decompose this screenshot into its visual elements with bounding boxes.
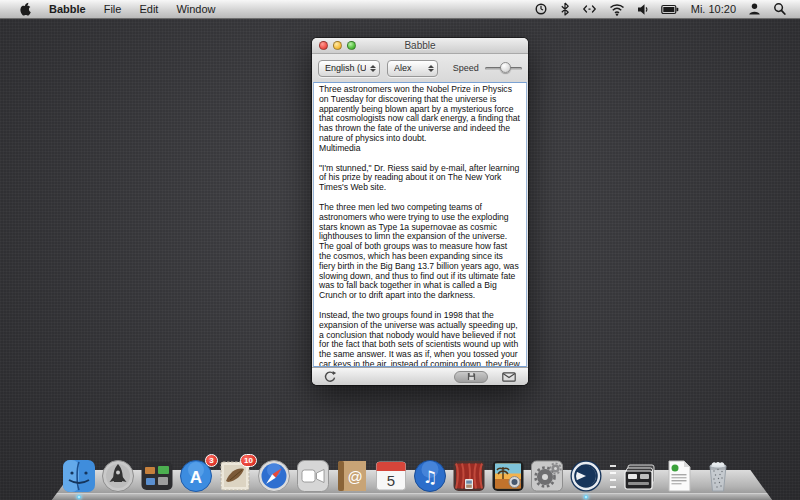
- dock-divider: [610, 465, 616, 491]
- itunes-icon: ♫: [413, 459, 447, 493]
- apple-menu[interactable]: [10, 0, 40, 19]
- paragraph: The three men led two competing teams of…: [319, 203, 521, 301]
- svg-text:A: A: [190, 468, 202, 487]
- app-store-badge: 3: [205, 454, 218, 467]
- photo-booth-icon: [452, 459, 486, 493]
- speed-slider-thumb[interactable]: [500, 62, 511, 73]
- app-menu-babble[interactable]: Babble: [40, 0, 95, 19]
- save-button[interactable]: [454, 371, 488, 383]
- dock-item-window-stack[interactable]: [623, 459, 657, 493]
- dock-icons: A 3 10: [62, 457, 735, 493]
- paragraph: Three astronomers won the Nobel Prize in…: [319, 85, 521, 144]
- bluetooth-menu[interactable]: [554, 0, 576, 19]
- dock-item-app-store[interactable]: A 3: [179, 459, 213, 493]
- volume-menu[interactable]: [631, 0, 655, 19]
- time-machine-icon: [534, 2, 548, 16]
- wifi-menu[interactable]: [603, 0, 631, 19]
- language-select[interactable]: English (U...: [318, 60, 380, 77]
- babble-app-icon: [569, 459, 603, 493]
- email-button[interactable]: [502, 372, 516, 382]
- popup-stepper-icon: [424, 65, 434, 72]
- document-icon: [662, 459, 696, 493]
- menu-clock[interactable]: Mi. 10:20: [685, 0, 742, 19]
- babble-window: Babble English (U... Alex Speed: [312, 38, 528, 385]
- dock-item-mission-control[interactable]: [140, 459, 174, 493]
- voice-select-value: Alex: [394, 63, 412, 73]
- spotlight-icon: [773, 2, 786, 16]
- svg-text:@: @: [347, 468, 362, 485]
- dock-item-iphoto[interactable]: [491, 459, 525, 493]
- dock-item-mail[interactable]: 10: [218, 459, 252, 493]
- running-indicator: [584, 495, 588, 499]
- desktop[interactable]: Babble File Edit Window: [0, 0, 800, 500]
- address-book-icon: @: [335, 459, 369, 493]
- volume-icon: [637, 3, 649, 16]
- user-switch-icon: [748, 2, 761, 16]
- calendar-icon: 5: [374, 459, 408, 493]
- popup-stepper-icon: [366, 65, 376, 72]
- window-title: Babble: [312, 40, 528, 51]
- email-icon: [502, 372, 516, 382]
- system-preferences-icon: [530, 459, 564, 493]
- dock-front-edge: [52, 493, 772, 500]
- launchpad-icon: [101, 459, 135, 493]
- paragraph: Instead, the two groups found in 1998 th…: [319, 311, 521, 367]
- speed-label: Speed: [453, 63, 479, 73]
- window-stack-icon: [623, 459, 657, 493]
- language-select-value: English (U...: [325, 63, 366, 73]
- dock-item-address-book[interactable]: @: [335, 459, 369, 493]
- wifi-icon: [609, 3, 625, 16]
- menu-bar: Babble File Edit Window: [0, 0, 800, 19]
- dock-item-launchpad[interactable]: [101, 459, 135, 493]
- apple-icon: [19, 2, 31, 16]
- iphoto-icon: [491, 459, 525, 493]
- dock-item-calendar[interactable]: 5: [374, 459, 408, 493]
- facetime-icon: [296, 459, 330, 493]
- replay-icon: [323, 370, 337, 384]
- paragraph: "I'm stunned," Dr. Riess said by e-mail,…: [319, 164, 521, 193]
- window-titlebar[interactable]: Babble: [312, 38, 528, 54]
- dock-item-babble-app[interactable]: [569, 459, 603, 493]
- dock-item-itunes[interactable]: ♫: [413, 459, 447, 493]
- menu-edit[interactable]: Edit: [130, 0, 167, 19]
- svg-text:♫: ♫: [422, 467, 437, 487]
- input-brackets-menu[interactable]: [576, 0, 603, 19]
- input-brackets-icon: [582, 2, 597, 16]
- paragraph: Multimedia: [319, 144, 521, 154]
- calendar-day-number: 5: [387, 472, 395, 489]
- dock-item-facetime[interactable]: [296, 459, 330, 493]
- running-indicator: [77, 495, 81, 499]
- user-switch-menu[interactable]: [742, 0, 767, 19]
- finder-icon: [62, 459, 96, 493]
- article-text[interactable]: Three astronomers won the Nobel Prize in…: [313, 82, 527, 367]
- menu-window[interactable]: Window: [167, 0, 224, 19]
- bluetooth-icon: [560, 2, 570, 16]
- safari-icon: [257, 459, 291, 493]
- spotlight-menu[interactable]: [767, 0, 792, 19]
- dock-item-document[interactable]: [662, 459, 696, 493]
- dock-item-photo-booth[interactable]: [452, 459, 486, 493]
- dock-item-finder[interactable]: [62, 459, 96, 493]
- bottom-toolbar: [312, 367, 528, 385]
- voice-select[interactable]: Alex: [387, 60, 438, 77]
- trash-full-icon: [701, 459, 735, 493]
- dock-item-system-preferences[interactable]: [530, 459, 564, 493]
- save-icon: [467, 372, 476, 381]
- mission-control-icon: [140, 459, 174, 493]
- battery-menu[interactable]: [655, 0, 685, 19]
- dock-item-trash[interactable]: [701, 459, 735, 493]
- dock-item-safari[interactable]: [257, 459, 291, 493]
- controls-bar: English (U... Alex Speed: [312, 54, 528, 82]
- menu-file[interactable]: File: [95, 0, 131, 19]
- battery-icon: [661, 4, 679, 15]
- speed-slider[interactable]: [485, 62, 522, 74]
- mail-badge: 10: [240, 454, 257, 467]
- time-machine-menu[interactable]: [528, 0, 554, 19]
- replay-button[interactable]: [323, 370, 337, 384]
